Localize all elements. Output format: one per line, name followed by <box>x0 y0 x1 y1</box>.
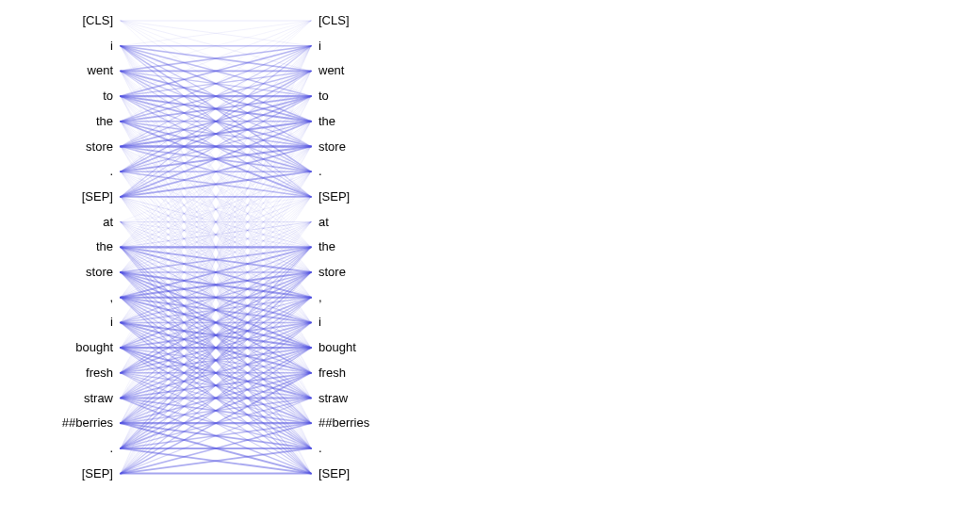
attention-line <box>121 122 311 171</box>
attention-line <box>121 197 311 474</box>
left-token: i <box>110 40 113 52</box>
attention-line <box>121 423 311 473</box>
left-token: , <box>109 291 113 303</box>
attention-line <box>121 147 311 248</box>
attention-line <box>121 399 311 448</box>
attention-line <box>121 298 311 373</box>
attention-line <box>121 272 311 448</box>
attention-line <box>121 222 311 399</box>
attention-line <box>121 96 311 322</box>
attention-line <box>121 71 311 322</box>
attention-line <box>121 222 311 448</box>
attention-line <box>121 96 311 122</box>
right-token: went <box>318 64 344 76</box>
attention-line <box>121 96 311 171</box>
attention-line <box>121 147 311 448</box>
right-token: store <box>318 140 346 153</box>
attention-line <box>121 171 311 348</box>
attention-line <box>121 122 311 323</box>
attention-line <box>121 96 311 122</box>
attention-line <box>121 71 311 297</box>
right-token: bought <box>318 341 356 353</box>
attention-line <box>121 348 311 474</box>
attention-line <box>121 21 311 122</box>
attention-line <box>121 147 311 448</box>
attention-line <box>121 96 311 272</box>
left-token: [SEP] <box>82 190 113 203</box>
attention-line <box>121 46 311 474</box>
attention-line <box>121 21 311 197</box>
attention-line <box>121 71 311 197</box>
attention-line <box>121 96 311 247</box>
attention-line <box>121 46 311 197</box>
attention-line <box>121 373 311 399</box>
right-token: at <box>318 216 329 228</box>
attention-line <box>121 21 311 147</box>
attention-line <box>121 96 311 298</box>
attention-line <box>121 147 311 197</box>
attention-line <box>121 247 311 398</box>
attention-line <box>121 272 311 298</box>
attention-line <box>121 71 311 448</box>
right-token: , <box>318 291 322 303</box>
attention-line <box>121 46 311 172</box>
attention-line <box>121 171 311 272</box>
attention-line <box>121 197 311 323</box>
attention-line <box>121 122 311 247</box>
left-token: [SEP] <box>82 467 113 480</box>
attention-line <box>121 348 311 448</box>
attention-line <box>121 46 311 122</box>
left-token: to <box>103 90 113 102</box>
attention-line <box>121 171 311 322</box>
attention-line <box>121 399 311 474</box>
attention-line <box>121 348 311 474</box>
attention-line <box>121 322 311 372</box>
attention-line <box>121 96 311 146</box>
attention-line <box>121 21 311 147</box>
attention-line <box>121 247 311 448</box>
attention-line <box>121 122 311 399</box>
attention-line <box>121 46 311 197</box>
attention-line <box>121 222 311 298</box>
attention-line <box>121 348 311 398</box>
attention-line <box>121 122 311 197</box>
attention-line <box>121 373 311 448</box>
attention-line <box>121 46 311 272</box>
attention-line <box>121 298 311 448</box>
attention-line <box>121 122 311 147</box>
attention-line <box>121 46 311 122</box>
attention-line <box>121 373 311 423</box>
attention-line <box>121 197 311 448</box>
attention-line <box>121 171 311 448</box>
attention-line <box>121 46 311 399</box>
right-token: . <box>318 165 322 177</box>
left-token: went <box>88 64 113 76</box>
attention-line <box>121 71 311 121</box>
attention-line <box>121 46 311 348</box>
attention-line <box>121 46 311 248</box>
attention-line <box>121 171 311 197</box>
attention-line <box>121 122 311 298</box>
attention-line <box>121 247 311 423</box>
attention-line <box>121 171 311 398</box>
attention-line <box>121 399 311 448</box>
attention-line <box>121 197 311 423</box>
attention-line <box>121 147 311 349</box>
attention-line <box>121 247 311 272</box>
attention-line <box>121 147 311 298</box>
attention-line <box>121 96 311 448</box>
attention-line <box>121 247 311 348</box>
attention-line <box>121 171 311 473</box>
attention-line <box>121 322 311 473</box>
attention-line <box>121 298 311 348</box>
attention-line <box>121 46 311 323</box>
attention-line <box>121 46 311 373</box>
attention-line <box>121 122 311 348</box>
attention-line <box>121 222 311 298</box>
left-token: store <box>86 266 113 278</box>
attention-line <box>121 197 311 373</box>
attention-line <box>121 122 311 373</box>
attention-line <box>121 197 311 474</box>
attention-line <box>121 448 311 474</box>
attention-line <box>121 46 311 96</box>
